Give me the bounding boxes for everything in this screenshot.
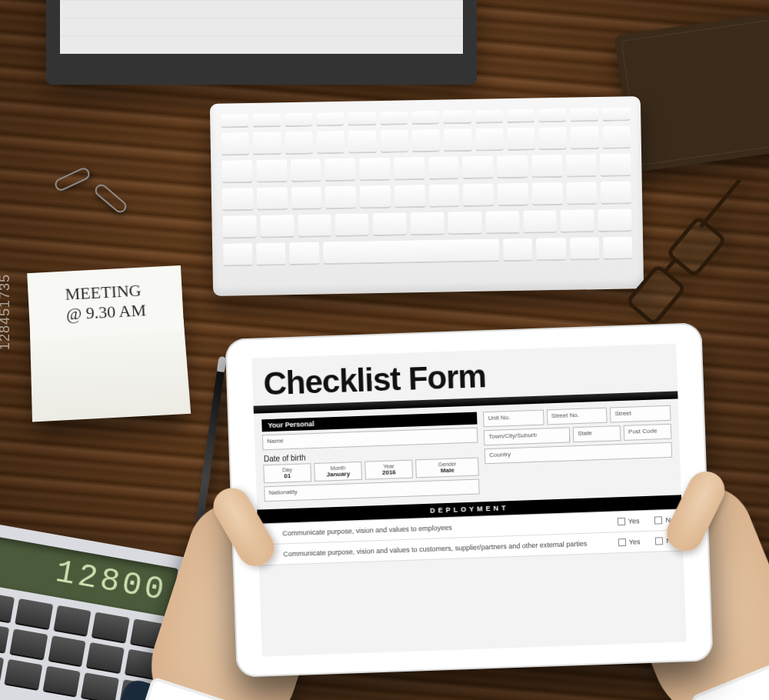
town-label: Town/City/Suburb <box>488 431 565 440</box>
dob-month-value: January <box>319 470 358 478</box>
nationality-field[interactable]: Nationality <box>264 479 480 502</box>
name-label: Name <box>267 431 473 445</box>
country-label: Country <box>489 445 667 458</box>
row-text: Communicate purpose, vision and values t… <box>283 539 611 558</box>
town-field[interactable]: Town/City/Suburb <box>484 427 570 445</box>
yes-option[interactable]: Yes <box>618 517 640 525</box>
state-field[interactable]: State <box>573 425 621 442</box>
deployment-header-text: DEPLOYMENT <box>430 504 509 515</box>
gender-field[interactable]: Gender Male <box>415 458 479 478</box>
yes-option[interactable]: Yes <box>618 538 641 546</box>
desktop-monitor <box>46 0 477 85</box>
checkbox-icon[interactable] <box>618 518 625 525</box>
postcode-label: Post Code <box>628 427 667 435</box>
gender-value: Male <box>421 466 474 475</box>
yes-label: Yes <box>629 538 641 546</box>
country-field[interactable]: Country <box>484 442 672 464</box>
checkbox-icon[interactable] <box>654 516 662 524</box>
dob-year-field[interactable]: Year 2016 <box>365 460 413 480</box>
dob-day-field[interactable]: Day 01 <box>263 463 311 483</box>
postcode-field[interactable]: Post Code <box>624 424 672 441</box>
wireless-keyboard <box>210 96 644 296</box>
stock-watermark: 128451735 <box>0 274 13 350</box>
tablet-device: Checklist Form Your Personal Name Date o… <box>225 322 714 677</box>
state-label: State <box>578 428 616 437</box>
street-no-field[interactable]: Street No. <box>547 408 608 425</box>
checkbox-icon[interactable] <box>618 538 626 546</box>
unit-no-field[interactable]: Unit No. <box>483 410 544 428</box>
unit-no-label: Unit No. <box>488 413 539 422</box>
yes-label: Yes <box>628 517 640 525</box>
street-no-label: Street No. <box>551 411 603 419</box>
dob-month-field[interactable]: Month January <box>314 462 362 482</box>
checklist-form-app: Checklist Form Your Personal Name Date o… <box>251 343 686 656</box>
street-label: Street <box>614 408 666 417</box>
dob-day-value: 01 <box>268 472 307 480</box>
dob-year-value: 2016 <box>370 468 408 477</box>
sticky-note-cube: MEETING @ 9.30 AM <box>27 265 188 419</box>
checkbox-icon[interactable] <box>655 537 663 545</box>
nationality-label: Nationality <box>268 482 474 496</box>
tablet-in-hands: Checklist Form Your Personal Name Date o… <box>225 322 714 677</box>
street-field[interactable]: Street <box>610 405 671 423</box>
sticky-note-text: MEETING @ 9.30 AM <box>27 265 184 339</box>
monitor-spreadsheet <box>60 0 463 54</box>
